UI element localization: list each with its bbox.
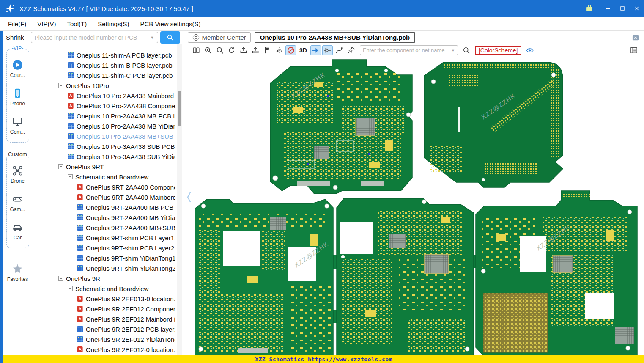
sidebar-item-game[interactable]: Gam... [10,193,25,212]
tree-item[interactable]: OnePlus 9RT 2AA400 Component [32,182,175,192]
tree-item[interactable]: Oneplus 10 Pro-2AA438 MB YiDianT [32,121,175,131]
pdf-file-icon [77,184,83,190]
tree-scrollbar[interactable] [177,44,182,355]
collapse-toggle-icon[interactable] [58,83,63,88]
chevron-left-icon [186,190,192,204]
split-view-icon[interactable] [191,45,201,55]
tree-item[interactable]: Oneplus 9RT-2AA400 MB+SUB Yi [32,223,175,233]
menu-file[interactable]: File(F) [3,20,32,28]
menu-pcb-view-settings[interactable]: PCB View settings(S) [134,20,206,28]
shrink-button[interactable]: Shrink [6,34,24,41]
pcb-file-icon [77,204,83,211]
model-search-combo[interactable]: ▼ [31,32,158,43]
colorscheme-button[interactable]: [ColorScheme] [475,46,521,55]
minimize-button[interactable] [601,0,615,17]
tree-item[interactable]: OnePlus 10Pro [32,80,175,91]
import-board-icon[interactable] [238,45,249,55]
pcb-file-icon [77,224,83,231]
tree-item[interactable]: Oneplus 11-shim-B PCB layer.pcb [32,60,175,70]
tree-item[interactable]: Oneplus 10 Pro-3AA438 SUB PCB la [32,141,175,151]
tree-item[interactable]: Oneplus 9RT-2AA400 MB PCB Lay [32,202,175,212]
sidebar-item-computer[interactable]: Com... [10,116,25,135]
pcb-canvas-svg: XZZ@ZZHK XZZ@ZZHK XZZ@ZZHK XZZ@ZZHK [187,56,644,355]
tree-item-label: Oneplus 9RT-shim PCB Layer2.pcl [86,245,175,252]
tree-item[interactable]: Oneplus 11-shim-A PCB layer.pcb [32,50,175,60]
collapse-tree-arrow[interactable] [186,190,192,205]
tree-item[interactable]: OnePlus 9R 2EF012-0 location.pd [32,344,175,355]
measure-curve-icon[interactable] [334,45,345,55]
briefcase-icon[interactable] [585,4,594,13]
pin-icon[interactable] [346,45,356,55]
flag-icon[interactable] [262,45,272,55]
sidebar-item-course[interactable]: Cour... [10,59,25,78]
tree-item[interactable]: Oneplus 9RT-2AA400 MB YiDianT [32,212,175,223]
diode-mode-icon[interactable] [322,45,333,55]
3d-toggle[interactable]: 3D [299,47,307,54]
tree-item-label: OnePlus 9R 2EF012 Mainbord ima [86,316,175,323]
flag-icon [263,46,271,55]
collapse-toggle-icon[interactable] [58,276,63,281]
tree-item[interactable]: OnePlus 9RT 2AA400 Mainbord ir [32,192,175,202]
close-button[interactable] [630,0,644,17]
board-sub-left [195,199,333,355]
pcb-canvas[interactable]: XZZ@ZZHK XZZ@ZZHK XZZ@ZZHK XZZ@ZZHK [187,56,644,355]
member-center-button[interactable]: Member Center [188,32,251,43]
tree-item[interactable]: Oneplus 9RT-shim PCB Layer1.pcl [32,233,175,243]
menu-tool[interactable]: Tool(T) [62,20,93,28]
tree-item[interactable]: OnePlus 9R [32,273,175,283]
window-title: XZZ Schematics V4.77 [ VIP Due date: 202… [19,5,193,12]
open-file-tab[interactable]: Oneplus 10 Pro-2AA438 MB+SUB YiDianTong.… [255,32,415,43]
visibility-eye-icon[interactable] [525,45,535,55]
board-sub-right [476,191,637,355]
tree-item[interactable]: Oneplus 10 Pro-2AA438 MB+SUB Yi [32,131,175,141]
tree-item[interactable]: Schematic and Boardview [32,283,175,294]
sidebar-item-drone[interactable]: Drone [11,165,25,184]
dropdown-caret-icon[interactable]: ▼ [151,36,154,40]
tree-item[interactable]: OnePlus 10 Pro-2AA438 Component [32,101,175,111]
menu-settings[interactable]: Settings(S) [92,20,134,28]
maximize-icon [619,5,626,12]
dropdown-caret-icon[interactable]: ▼ [451,48,455,52]
component-search-input[interactable] [363,47,449,53]
collapse-toggle-icon[interactable] [58,164,63,169]
collapse-toggle-icon[interactable] [68,286,73,291]
sidebar-item-car[interactable]: Car [12,222,23,241]
tree-item[interactable]: OnePlus 9R 2EF012 Component e [32,304,175,314]
tree-item[interactable]: OnePlus 9R 2EF012 PCB layer.pcb [32,324,175,334]
zoom-out-icon[interactable] [214,45,225,55]
tree-item[interactable]: Oneplus 9RT-shim PCB Layer2.pcl [32,243,175,253]
hide-overlay-icon[interactable] [285,45,296,55]
component-search-icon[interactable] [461,45,472,55]
zoom-in-icon[interactable] [203,45,213,55]
model-search-input[interactable] [35,34,149,41]
tree-item-label: OnePlus 9R 2EF012 YiDianTong.p [86,336,175,343]
menu-vip[interactable]: VIP(V) [32,20,61,28]
export-board-icon[interactable] [250,45,260,55]
tree-scrollbar-thumb[interactable] [178,91,181,126]
tree-item[interactable]: OnePlus 9R 2EE013-0 location.pd [32,294,175,304]
status-text: XZZ Schematics https://www.xzztools.com [255,356,392,363]
tree-item[interactable]: Oneplus 11-shim-C PCB layer.pcb [32,70,175,80]
sidebar-item-phone[interactable]: Phone [10,88,25,107]
tree-item[interactable]: Oneplus 10 Pro-3AA438 SUB YiDianT [32,151,175,162]
tree-item[interactable]: Oneplus 9RT-shim YiDianTong1.p [32,253,175,263]
select-arrow-icon[interactable] [310,45,321,55]
flip-horizontal-icon[interactable] [274,45,284,55]
panel-close-icon[interactable] [631,33,640,42]
tree-item[interactable]: OnePlus 10 Pro 2AA438 Mainbord ir [32,91,175,101]
pcb-file-icon [77,234,83,241]
maximize-button[interactable] [615,0,630,17]
tree-item[interactable]: Oneplus 10 Pro-2AA438 MB PCB lay [32,111,175,121]
collapse-toggle-icon[interactable] [68,174,73,179]
tree-item-label: OnePlus 9RT 2AA400 Mainbord ir [86,194,175,201]
tree-item[interactable]: OnePlus 9R 2EF012 YiDianTong.p [32,334,175,344]
search-button[interactable] [160,31,180,44]
tree-item[interactable]: OnePlus 9R 2EF012 Mainbord ima [32,314,175,324]
component-search-combo[interactable]: ▼ [360,45,458,55]
refresh-icon[interactable] [226,45,237,55]
tree-item[interactable]: Schematic and Boardview [32,172,175,182]
layer-list-icon[interactable] [628,45,639,55]
tree-item[interactable]: OnePlus 9RT [32,162,175,172]
sidebar-item-favorites[interactable]: Favorites [7,263,28,282]
tree-item[interactable]: Oneplus 9RT-shim YiDianTong2.p [32,263,175,273]
